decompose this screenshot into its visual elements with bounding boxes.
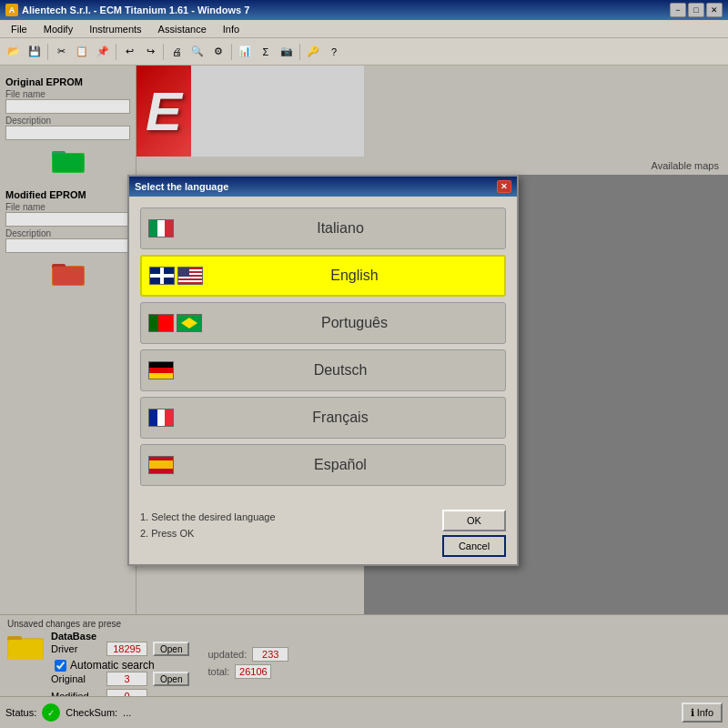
menu-bar: File Modify Instruments Assistance Info bbox=[0, 20, 728, 38]
flag-fr bbox=[148, 409, 174, 427]
portugues-flags bbox=[148, 314, 202, 332]
dialog-body: Italiano English bbox=[129, 197, 517, 502]
language-button-francais[interactable]: Français bbox=[140, 397, 506, 439]
language-button-english[interactable]: English bbox=[140, 255, 506, 297]
tb-key[interactable]: 🔑 bbox=[303, 42, 323, 62]
close-button[interactable]: ✕ bbox=[706, 3, 723, 17]
sep2 bbox=[116, 44, 116, 60]
dialog-actions: OK Cancel bbox=[442, 510, 506, 557]
english-flags bbox=[149, 267, 203, 285]
instruction-2: 2. Press OK bbox=[140, 526, 437, 542]
tb-sigma[interactable]: Σ bbox=[256, 42, 276, 62]
dialog-title-bar: Select the language ✕ bbox=[129, 177, 517, 197]
deutsch-flags bbox=[148, 361, 174, 379]
tb-gear[interactable]: ⚙ bbox=[208, 42, 228, 62]
dialog-footer: 1. Select the desired language 2. Press … bbox=[129, 502, 517, 564]
language-button-espanol[interactable]: Español bbox=[140, 444, 506, 486]
maximize-button[interactable]: □ bbox=[688, 3, 704, 17]
flag-us-inner bbox=[178, 268, 202, 284]
tb-cut[interactable]: ✂ bbox=[51, 42, 71, 62]
instruction-1: 1. Select the desired language bbox=[140, 510, 437, 526]
tb-redo[interactable]: ↪ bbox=[140, 42, 160, 62]
tb-help[interactable]: ? bbox=[324, 42, 344, 62]
flag-br-diamond bbox=[181, 318, 197, 329]
espanol-flags bbox=[148, 456, 174, 474]
portugues-label: Português bbox=[211, 315, 498, 331]
minimize-button[interactable]: − bbox=[670, 3, 686, 17]
cancel-button[interactable]: Cancel bbox=[442, 535, 506, 557]
english-label: English bbox=[212, 268, 497, 284]
ok-button[interactable]: OK bbox=[442, 510, 506, 531]
francais-flags bbox=[148, 409, 174, 427]
menu-info[interactable]: Info bbox=[216, 22, 247, 36]
title-controls: − □ ✕ bbox=[670, 3, 723, 17]
title-bar-text: A Alientech S.r.l. - ECM Titanium 1.61 -… bbox=[5, 4, 249, 16]
flag-de bbox=[148, 361, 174, 379]
tb-undo[interactable]: ↩ bbox=[119, 42, 139, 62]
flag-es bbox=[148, 456, 174, 474]
tb-search[interactable]: 🔍 bbox=[187, 42, 207, 62]
main-area: E Available maps Original EPROM File nam… bbox=[0, 66, 728, 728]
tb-chart[interactable]: 📊 bbox=[235, 42, 255, 62]
language-button-deutsch[interactable]: Deutsch bbox=[140, 349, 506, 391]
modal-overlay: Select the language ✕ Italiano bbox=[0, 66, 728, 728]
sep4 bbox=[231, 44, 232, 60]
flag-pt bbox=[148, 314, 174, 332]
app-icon: A bbox=[5, 4, 18, 16]
language-button-portugues[interactable]: Português bbox=[140, 302, 506, 344]
sep5 bbox=[299, 44, 300, 60]
dialog-title: Select the language bbox=[135, 181, 228, 192]
sep1 bbox=[47, 44, 48, 60]
francais-label: Français bbox=[183, 410, 498, 426]
dialog-close-button[interactable]: ✕ bbox=[497, 180, 511, 193]
espanol-label: Español bbox=[183, 457, 498, 473]
dialog-instructions: 1. Select the desired language 2. Press … bbox=[140, 510, 437, 557]
menu-assistance[interactable]: Assistance bbox=[151, 22, 214, 36]
flag-gb bbox=[149, 267, 175, 285]
tb-cam[interactable]: 📷 bbox=[277, 42, 297, 62]
tb-save[interactable]: 💾 bbox=[25, 42, 45, 62]
menu-modify[interactable]: Modify bbox=[36, 22, 80, 36]
tb-paste[interactable]: 📌 bbox=[93, 42, 113, 62]
title-bar: A Alientech S.r.l. - ECM Titanium 1.61 -… bbox=[0, 0, 728, 20]
flag-br-inner bbox=[177, 315, 201, 331]
tb-open[interactable]: 📂 bbox=[4, 42, 24, 62]
tb-copy[interactable]: 📋 bbox=[72, 42, 92, 62]
flag-italy bbox=[148, 219, 174, 238]
language-dialog: Select the language ✕ Italiano bbox=[127, 175, 519, 566]
italiano-label: Italiano bbox=[183, 220, 498, 237]
flag-gb-cross bbox=[150, 268, 174, 284]
language-button-italiano[interactable]: Italiano bbox=[140, 207, 506, 249]
flag-br bbox=[177, 314, 202, 332]
menu-file[interactable]: File bbox=[4, 22, 35, 36]
flag-us bbox=[177, 267, 203, 285]
tb-print[interactable]: 🖨 bbox=[167, 42, 187, 62]
italiano-flags bbox=[148, 219, 174, 238]
deutsch-label: Deutsch bbox=[183, 362, 498, 379]
toolbar: 📂 💾 ✂ 📋 📌 ↩ ↪ 🖨 🔍 ⚙ 📊 Σ 📷 🔑 ? bbox=[0, 38, 728, 66]
sep3 bbox=[163, 44, 164, 60]
menu-instruments[interactable]: Instruments bbox=[82, 22, 148, 36]
